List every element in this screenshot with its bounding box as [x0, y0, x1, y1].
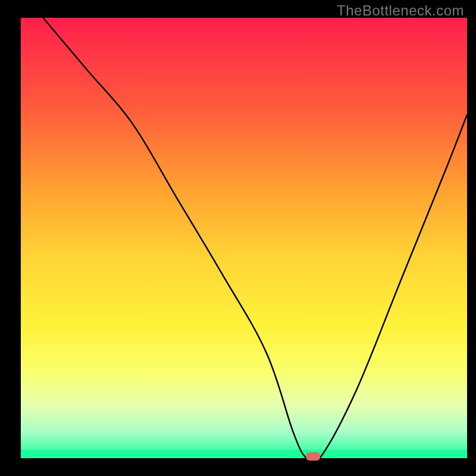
bottleneck-chart: [0, 0, 476, 476]
optimal-point-marker: [306, 452, 320, 461]
green-baseline-strip: [21, 450, 467, 458]
watermark-label: TheBottleneck.com: [337, 2, 464, 19]
chart-container: TheBottleneck.com: [0, 0, 476, 476]
gradient-background: [21, 18, 467, 458]
